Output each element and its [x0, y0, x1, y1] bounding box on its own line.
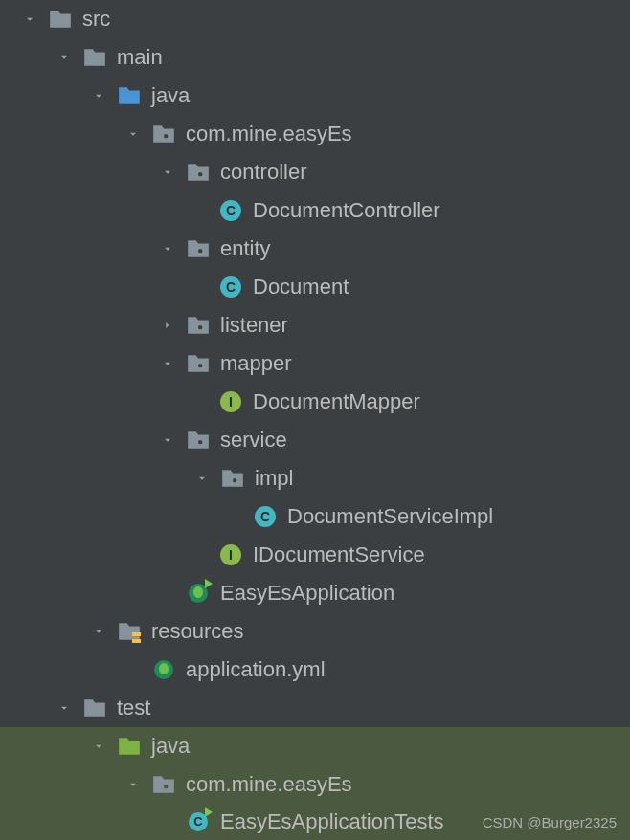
- tree-row-document[interactable]: C Document: [0, 268, 630, 306]
- class-icon: C: [220, 276, 241, 298]
- svg-point-4: [198, 364, 202, 367]
- class-icon: C: [220, 200, 241, 221]
- node-label: EasyEsApplication: [220, 581, 394, 606]
- chevron-down-icon[interactable]: [124, 125, 142, 143]
- tree-row-test-package[interactable]: com.mine.easyEs: [0, 765, 630, 804]
- node-label: mapper: [220, 351, 292, 376]
- resources-folder-icon: [117, 619, 142, 644]
- tree-row-entity[interactable]: entity: [0, 230, 630, 268]
- chevron-down-icon[interactable]: [159, 355, 176, 372]
- node-label: entity: [220, 236, 271, 261]
- node-label: Document: [253, 275, 349, 299]
- node-label: impl: [255, 466, 293, 491]
- node-label: listener: [220, 313, 288, 338]
- interface-icon: I: [220, 391, 241, 412]
- tree-row-test-java[interactable]: java: [0, 727, 630, 765]
- source-folder-icon: [117, 83, 142, 108]
- node-label: IDocumentService: [253, 542, 425, 567]
- tree-row-java[interactable]: java: [0, 77, 630, 115]
- tree-row-document-mapper[interactable]: I DocumentMapper: [0, 383, 630, 421]
- chevron-right-icon[interactable]: [159, 317, 176, 334]
- tree-row-mapper[interactable]: mapper: [0, 344, 630, 383]
- node-label: src: [82, 7, 110, 32]
- tree-row-service[interactable]: service: [0, 421, 630, 459]
- watermark-text: CSDN @Burger2325: [483, 814, 617, 830]
- package-icon: [186, 236, 211, 261]
- tree-row-controller[interactable]: controller: [0, 153, 630, 191]
- chevron-down-icon[interactable]: [159, 164, 176, 181]
- node-label: main: [117, 45, 163, 70]
- svg-point-0: [164, 134, 168, 138]
- svg-point-9: [164, 785, 168, 788]
- node-label: application.yml: [186, 657, 326, 682]
- class-icon: C: [255, 506, 276, 527]
- tree-row-document-controller[interactable]: C DocumentController: [0, 191, 630, 230]
- folder-icon: [82, 696, 107, 720]
- chevron-down-icon[interactable]: [56, 49, 73, 66]
- tree-row-test[interactable]: test: [0, 689, 630, 727]
- package-icon: [186, 160, 211, 185]
- node-label: DocumentMapper: [253, 389, 420, 414]
- folder-icon: [82, 45, 107, 70]
- chevron-down-icon[interactable]: [56, 699, 73, 717]
- svg-point-6: [233, 478, 236, 482]
- node-label: resources: [151, 619, 244, 644]
- chevron-down-icon[interactable]: [159, 431, 176, 449]
- chevron-down-icon[interactable]: [21, 11, 38, 28]
- chevron-down-icon[interactable]: [90, 738, 107, 755]
- node-label: controller: [220, 160, 306, 185]
- node-label: test: [117, 696, 150, 720]
- node-label: com.mine.easyEs: [186, 122, 352, 146]
- chevron-down-icon[interactable]: [193, 470, 211, 487]
- folder-icon: [48, 7, 73, 32]
- tree-row-document-service-impl[interactable]: C DocumentServiceImpl: [0, 497, 630, 536]
- tree-row-easyes-application[interactable]: EasyEsApplication: [0, 574, 630, 612]
- node-label: com.mine.easyEs: [186, 772, 352, 797]
- tree-row-package[interactable]: com.mine.easyEs: [0, 115, 630, 153]
- tree-row-idocumentservice[interactable]: I IDocumentService: [0, 536, 630, 574]
- chevron-down-icon[interactable]: [90, 623, 107, 640]
- node-label: service: [220, 428, 287, 453]
- tree-row-listener[interactable]: listener: [0, 306, 630, 344]
- chevron-down-icon[interactable]: [159, 240, 176, 257]
- tree-row-src[interactable]: src: [0, 0, 630, 38]
- node-label: DocumentServiceImpl: [287, 504, 493, 529]
- spring-boot-run-icon: [186, 581, 211, 606]
- package-icon: [220, 466, 245, 491]
- node-label: java: [151, 83, 190, 108]
- node-label: java: [151, 734, 190, 759]
- tree-row-impl[interactable]: impl: [0, 459, 630, 497]
- chevron-down-icon[interactable]: [124, 776, 142, 793]
- svg-point-2: [198, 249, 202, 253]
- test-source-folder-icon: [117, 734, 142, 759]
- svg-point-3: [198, 325, 202, 329]
- package-icon: [151, 772, 176, 797]
- svg-point-1: [198, 172, 202, 176]
- package-icon: [186, 428, 211, 453]
- package-icon: [186, 313, 211, 338]
- tree-row-main[interactable]: main: [0, 38, 630, 77]
- spring-boot-run-icon: C: [186, 809, 211, 834]
- tree-row-resources[interactable]: resources: [0, 612, 630, 651]
- spring-config-icon: [151, 657, 176, 682]
- svg-point-5: [198, 440, 202, 444]
- package-icon: [186, 351, 211, 376]
- chevron-down-icon[interactable]: [90, 87, 107, 104]
- tree-row-application-yml[interactable]: application.yml: [0, 651, 630, 689]
- interface-icon: I: [220, 544, 241, 565]
- node-label: DocumentController: [253, 198, 440, 223]
- node-label: EasyEsApplicationTests: [220, 809, 444, 834]
- svg-text:C: C: [193, 814, 203, 829]
- package-icon: [151, 122, 176, 146]
